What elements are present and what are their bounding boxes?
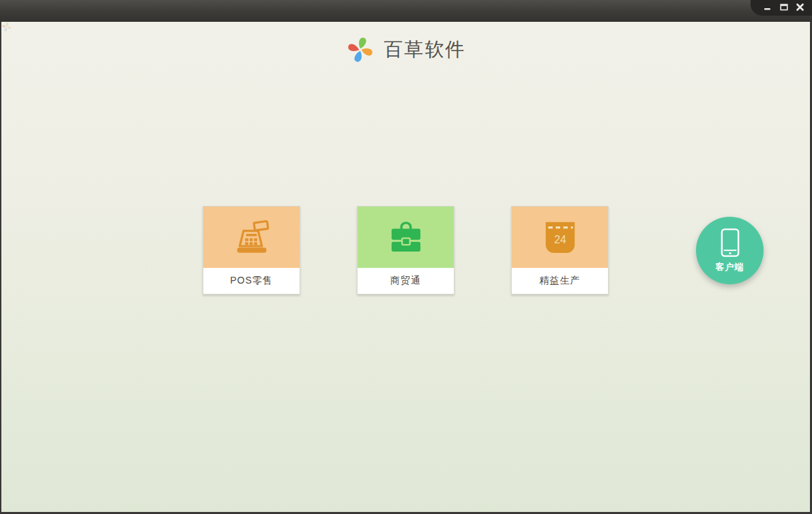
product-card-lean[interactable]: 24 精益生产 [511, 206, 609, 294]
corner-watermark-icon [1, 22, 12, 35]
app-title: 百草软件 [384, 37, 466, 63]
calendar-day-text: 24 [554, 234, 566, 245]
cash-register-icon [233, 219, 271, 256]
smartphone-icon [721, 228, 740, 258]
client-button[interactable]: 客户端 [696, 217, 764, 284]
product-label-trade: 商贸通 [358, 268, 454, 294]
minimize-icon [764, 3, 771, 11]
client-button-label: 客户端 [716, 261, 744, 273]
product-label-lean: 精益生产 [512, 268, 608, 294]
maximize-button[interactable] [778, 2, 789, 12]
calendar-icon: 24 [544, 220, 577, 255]
window-controls [751, 0, 812, 16]
product-label-pos: POS零售 [203, 268, 300, 294]
product-card-trade[interactable]: 商贸通 [357, 206, 454, 294]
product-tile-trade [358, 207, 454, 268]
titlebar[interactable] [0, 0, 812, 22]
pinwheel-logo-icon [346, 35, 375, 64]
product-tile-lean: 24 [512, 207, 608, 268]
brand-header: 百草软件 [1, 35, 810, 64]
maximize-icon [780, 3, 788, 11]
app-window: 百草软件 [0, 0, 812, 514]
main-content: 百草软件 [0, 22, 812, 514]
close-button[interactable] [794, 2, 806, 12]
product-tile-pos [203, 207, 300, 268]
close-icon [796, 3, 804, 11]
product-card-pos[interactable]: POS零售 [203, 206, 300, 294]
briefcase-icon [388, 221, 424, 254]
minimize-button[interactable] [762, 2, 773, 12]
